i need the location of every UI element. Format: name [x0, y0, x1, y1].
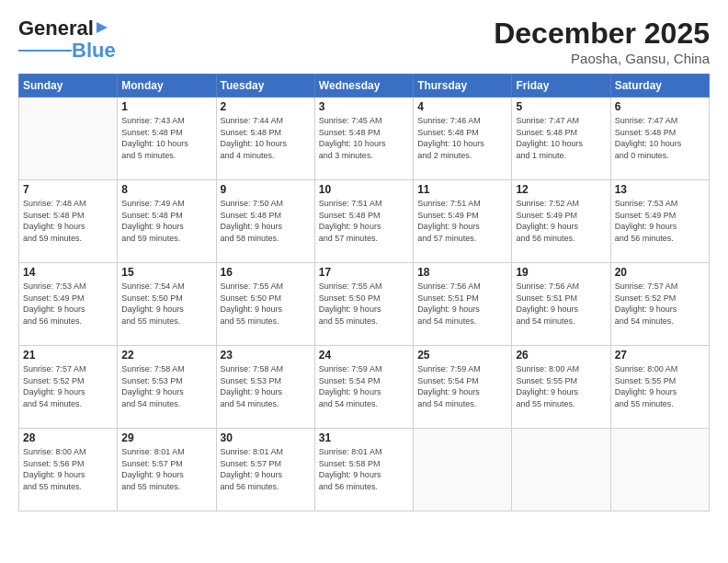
day-info: Sunrise: 8:01 AM Sunset: 5:57 PM Dayligh… — [121, 446, 211, 492]
day-info: Sunrise: 7:53 AM Sunset: 5:49 PM Dayligh… — [615, 198, 705, 244]
day-number: 14 — [23, 266, 113, 279]
day-number: 6 — [615, 100, 705, 113]
calendar-week-row: 21Sunrise: 7:57 AM Sunset: 5:52 PM Dayli… — [19, 346, 710, 429]
day-number: 16 — [221, 266, 311, 279]
table-row: 20Sunrise: 7:57 AM Sunset: 5:52 PM Dayli… — [610, 263, 709, 346]
logo-blue-line: Blue — [18, 40, 116, 61]
table-row: 8Sunrise: 7:49 AM Sunset: 5:48 PM Daylig… — [118, 180, 216, 263]
logo-brand: General — [18, 17, 109, 40]
day-info: Sunrise: 8:01 AM Sunset: 5:57 PM Dayligh… — [221, 446, 311, 492]
table-row: 28Sunrise: 8:00 AM Sunset: 5:56 PM Dayli… — [19, 429, 118, 511]
table-row — [19, 98, 118, 180]
table-row: 21Sunrise: 7:57 AM Sunset: 5:52 PM Dayli… — [19, 346, 118, 429]
day-info: Sunrise: 7:57 AM Sunset: 5:52 PM Dayligh… — [615, 281, 705, 327]
table-row: 27Sunrise: 8:00 AM Sunset: 5:55 PM Dayli… — [610, 346, 709, 429]
table-row: 2Sunrise: 7:44 AM Sunset: 5:48 PM Daylig… — [216, 98, 314, 180]
table-row: 24Sunrise: 7:59 AM Sunset: 5:54 PM Dayli… — [314, 346, 413, 429]
day-info: Sunrise: 7:47 AM Sunset: 5:48 PM Dayligh… — [615, 115, 705, 161]
day-number: 1 — [121, 100, 211, 113]
day-number: 15 — [121, 266, 211, 279]
day-info: Sunrise: 7:44 AM Sunset: 5:48 PM Dayligh… — [221, 115, 311, 161]
day-number: 23 — [221, 349, 311, 362]
day-number: 31 — [319, 431, 409, 444]
logo-blue-text: Blue — [72, 40, 116, 61]
day-info: Sunrise: 7:48 AM Sunset: 5:48 PM Dayligh… — [23, 198, 113, 244]
th-friday: Friday — [512, 75, 610, 98]
day-number: 12 — [516, 183, 606, 196]
svg-marker-0 — [97, 22, 108, 33]
calendar-week-row: 14Sunrise: 7:53 AM Sunset: 5:49 PM Dayli… — [19, 263, 710, 346]
day-info: Sunrise: 8:00 AM Sunset: 5:55 PM Dayligh… — [615, 363, 705, 409]
day-info: Sunrise: 7:59 AM Sunset: 5:54 PM Dayligh… — [319, 363, 409, 409]
day-number: 28 — [23, 431, 113, 444]
table-row: 19Sunrise: 7:56 AM Sunset: 5:51 PM Dayli… — [512, 263, 610, 346]
day-number: 24 — [319, 349, 409, 362]
day-number: 2 — [221, 100, 311, 113]
day-info: Sunrise: 7:49 AM Sunset: 5:48 PM Dayligh… — [121, 198, 211, 244]
table-row: 3Sunrise: 7:45 AM Sunset: 5:48 PM Daylig… — [314, 98, 413, 180]
day-info: Sunrise: 7:56 AM Sunset: 5:51 PM Dayligh… — [417, 281, 507, 327]
table-row: 4Sunrise: 7:46 AM Sunset: 5:48 PM Daylig… — [414, 98, 512, 180]
th-saturday: Saturday — [610, 75, 709, 98]
logo-arrow-icon — [95, 18, 109, 37]
page: General Blue December 2025 Paosha, Gansu… — [0, 0, 728, 563]
day-number: 30 — [221, 431, 311, 444]
table-row — [414, 429, 512, 511]
day-number: 17 — [319, 266, 409, 279]
th-monday: Monday — [118, 75, 216, 98]
day-info: Sunrise: 7:57 AM Sunset: 5:52 PM Dayligh… — [23, 363, 113, 409]
table-row: 6Sunrise: 7:47 AM Sunset: 5:48 PM Daylig… — [610, 98, 709, 180]
table-row: 26Sunrise: 8:00 AM Sunset: 5:55 PM Dayli… — [512, 346, 610, 429]
day-number: 7 — [23, 183, 113, 196]
table-row: 7Sunrise: 7:48 AM Sunset: 5:48 PM Daylig… — [19, 180, 118, 263]
table-row: 12Sunrise: 7:52 AM Sunset: 5:49 PM Dayli… — [512, 180, 610, 263]
logo: General Blue — [18, 17, 116, 61]
day-number: 4 — [417, 100, 507, 113]
day-info: Sunrise: 7:50 AM Sunset: 5:48 PM Dayligh… — [221, 198, 311, 244]
th-tuesday: Tuesday — [216, 75, 314, 98]
calendar-week-row: 28Sunrise: 8:00 AM Sunset: 5:56 PM Dayli… — [19, 429, 710, 511]
table-row: 9Sunrise: 7:50 AM Sunset: 5:48 PM Daylig… — [216, 180, 314, 263]
calendar-table: Sunday Monday Tuesday Wednesday Thursday… — [18, 74, 710, 511]
th-thursday: Thursday — [414, 75, 512, 98]
day-number: 25 — [417, 349, 507, 362]
table-row: 14Sunrise: 7:53 AM Sunset: 5:49 PM Dayli… — [19, 263, 118, 346]
day-number: 22 — [121, 349, 211, 362]
header: General Blue December 2025 Paosha, Gansu… — [18, 17, 710, 66]
day-number: 10 — [319, 183, 409, 196]
table-row — [610, 429, 709, 511]
day-info: Sunrise: 8:00 AM Sunset: 5:56 PM Dayligh… — [23, 446, 113, 492]
day-info: Sunrise: 7:53 AM Sunset: 5:49 PM Dayligh… — [23, 281, 113, 327]
day-info: Sunrise: 7:51 AM Sunset: 5:49 PM Dayligh… — [417, 198, 507, 244]
day-info: Sunrise: 7:43 AM Sunset: 5:48 PM Dayligh… — [121, 115, 211, 161]
table-row: 31Sunrise: 8:01 AM Sunset: 5:58 PM Dayli… — [314, 429, 413, 511]
day-info: Sunrise: 7:56 AM Sunset: 5:51 PM Dayligh… — [516, 281, 606, 327]
day-number: 29 — [121, 431, 211, 444]
table-row: 17Sunrise: 7:55 AM Sunset: 5:50 PM Dayli… — [314, 263, 413, 346]
day-info: Sunrise: 7:58 AM Sunset: 5:53 PM Dayligh… — [221, 363, 311, 409]
day-info: Sunrise: 7:47 AM Sunset: 5:48 PM Dayligh… — [516, 115, 606, 161]
table-row: 25Sunrise: 7:59 AM Sunset: 5:54 PM Dayli… — [414, 346, 512, 429]
table-row — [512, 429, 610, 511]
table-row: 29Sunrise: 8:01 AM Sunset: 5:57 PM Dayli… — [118, 429, 216, 511]
location: Paosha, Gansu, China — [494, 51, 710, 66]
day-number: 13 — [615, 183, 705, 196]
day-number: 5 — [516, 100, 606, 113]
title-area: December 2025 Paosha, Gansu, China — [494, 17, 710, 66]
month-title: December 2025 — [494, 17, 710, 51]
calendar-week-row: 7Sunrise: 7:48 AM Sunset: 5:48 PM Daylig… — [19, 180, 710, 263]
day-number: 21 — [23, 349, 113, 362]
table-row: 1Sunrise: 7:43 AM Sunset: 5:48 PM Daylig… — [118, 98, 216, 180]
day-number: 20 — [615, 266, 705, 279]
th-sunday: Sunday — [19, 75, 118, 98]
day-number: 27 — [615, 349, 705, 362]
table-row: 11Sunrise: 7:51 AM Sunset: 5:49 PM Dayli… — [414, 180, 512, 263]
day-info: Sunrise: 7:52 AM Sunset: 5:49 PM Dayligh… — [516, 198, 606, 244]
day-info: Sunrise: 8:00 AM Sunset: 5:55 PM Dayligh… — [516, 363, 606, 409]
day-number: 26 — [516, 349, 606, 362]
table-row: 15Sunrise: 7:54 AM Sunset: 5:50 PM Dayli… — [118, 263, 216, 346]
table-row: 10Sunrise: 7:51 AM Sunset: 5:48 PM Dayli… — [314, 180, 413, 263]
table-row: 5Sunrise: 7:47 AM Sunset: 5:48 PM Daylig… — [512, 98, 610, 180]
day-number: 3 — [319, 100, 409, 113]
day-info: Sunrise: 8:01 AM Sunset: 5:58 PM Dayligh… — [319, 446, 409, 492]
